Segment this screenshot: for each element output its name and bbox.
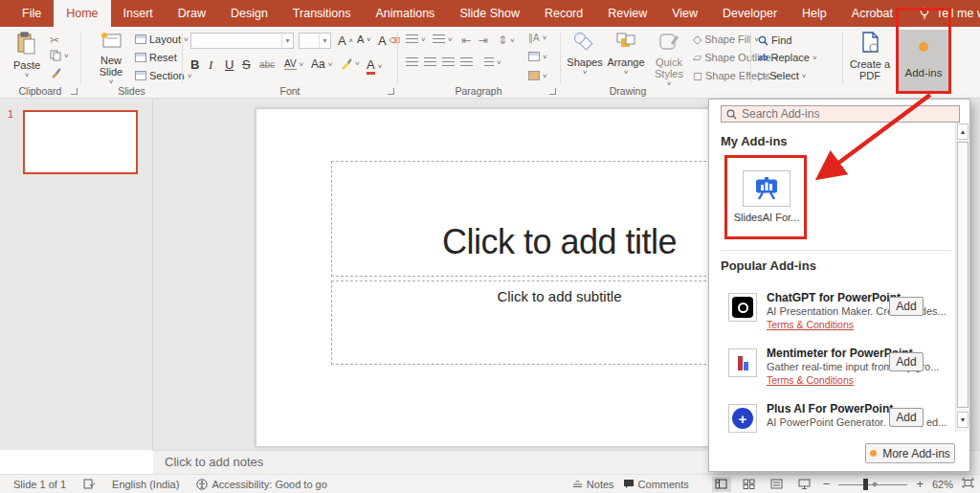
underline-button[interactable]: U: [225, 57, 234, 72]
comments-toggle[interactable]: Comments: [623, 479, 689, 490]
align-text-button[interactable]: ˅: [528, 52, 547, 61]
find-button[interactable]: Find: [758, 34, 791, 46]
format-painter-button[interactable]: [50, 67, 61, 78]
zoom-in-button[interactable]: +: [916, 477, 924, 491]
font-size-select[interactable]: ▼: [299, 33, 331, 49]
mentimeter-icon: [738, 355, 748, 370]
replace-icon: ab: [758, 53, 768, 62]
terms-conditions-link[interactable]: Terms & Conditions: [767, 319, 854, 330]
add-addin-button[interactable]: Add: [889, 352, 924, 371]
increase-indent-button[interactable]: ⇥: [479, 34, 488, 47]
create-pdf-button[interactable]: Create a PDF: [847, 32, 893, 81]
search-icon: [726, 109, 737, 120]
title-placeholder-text: Click to add title: [442, 222, 677, 262]
add-addin-button[interactable]: Add: [889, 297, 924, 316]
menu-tab-review[interactable]: Review: [595, 0, 659, 27]
more-addins-button[interactable]: More Add-ins: [865, 443, 955, 463]
font-color-button[interactable]: A˅: [367, 57, 382, 75]
notes-toggle[interactable]: Notes: [572, 479, 614, 490]
display-settings-icon[interactable]: [83, 479, 95, 489]
select-button[interactable]: ▷ Select˅: [758, 69, 806, 82]
clipboard-dialog-launcher[interactable]: [71, 88, 78, 95]
scroll-down-button[interactable]: ▼: [957, 412, 969, 428]
align-center-button[interactable]: [424, 57, 436, 67]
justify-button[interactable]: [460, 57, 473, 67]
slideshow-view-button[interactable]: [795, 477, 814, 492]
menu-tab-transitions[interactable]: Transitions: [280, 0, 364, 27]
replace-button[interactable]: ab Replace˅: [758, 52, 817, 63]
cut-button[interactable]: ✂: [50, 34, 59, 47]
clipboard-group-label: Clipboard: [0, 85, 80, 97]
fit-to-window-button[interactable]: [962, 478, 974, 490]
panel-scrollbar[interactable]: ▲ ▼: [955, 123, 969, 432]
copy-button[interactable]: ˅: [50, 50, 69, 61]
font-dialog-launcher[interactable]: [388, 88, 394, 95]
menu-tab-help[interactable]: Help: [790, 0, 839, 27]
new-slide-icon: [100, 32, 122, 51]
zoom-level[interactable]: 62%: [932, 479, 953, 490]
shape-fill-button[interactable]: ◇Shape Fill˅: [693, 33, 759, 46]
strikethrough-button[interactable]: S: [242, 57, 251, 72]
menu-tab-record[interactable]: Record: [532, 0, 595, 27]
increase-font-button[interactable]: A˄: [338, 34, 353, 48]
menu-tab-developer[interactable]: Developer: [710, 0, 790, 27]
normal-view-button[interactable]: [712, 477, 731, 492]
arrange-icon: [614, 32, 637, 53]
shapes-button[interactable]: Shapes ˅: [567, 32, 603, 77]
paragraph-dialog-launcher[interactable]: [549, 88, 556, 95]
addin-title: Plus AI For PowerPoint: [767, 402, 893, 415]
text-direction-button[interactable]: ∥A˅: [528, 33, 546, 43]
menu-tab-view[interactable]: View: [659, 0, 710, 27]
scroll-up-button[interactable]: ▲: [957, 123, 969, 140]
add-addin-button[interactable]: Add: [889, 408, 924, 427]
bold-button[interactable]: B: [190, 57, 199, 72]
pdf-icon: [859, 32, 880, 55]
format-painter-icon: [50, 67, 61, 78]
reset-button[interactable]: Reset: [135, 52, 177, 63]
menu-tab-home[interactable]: Home: [54, 0, 110, 27]
my-addins-heading: My Add-ins: [721, 134, 788, 148]
highlight-color-button[interactable]: ˅: [340, 57, 360, 70]
italic-button[interactable]: I: [209, 57, 212, 73]
language-status[interactable]: English (India): [112, 479, 179, 490]
addins-search-input[interactable]: [742, 107, 933, 121]
line-spacing-button[interactable]: ⇕˅: [498, 34, 515, 47]
quick-styles-button[interactable]: Quick Styles ˅: [649, 32, 689, 88]
smartart-button[interactable]: ˅: [528, 71, 547, 80]
shapes-label: Shapes: [567, 56, 603, 68]
zoom-slider-handle[interactable]: [863, 479, 868, 490]
zoom-out-button[interactable]: −: [823, 477, 831, 491]
menu-tab-design[interactable]: Design: [218, 0, 280, 27]
accessibility-status[interactable]: Accessibility: Good to go: [196, 479, 326, 490]
acrobat-group: Create a PDF: [843, 27, 897, 98]
paste-button[interactable]: Paste ˅: [8, 32, 46, 79]
zoom-slider[interactable]: [838, 478, 907, 491]
slide-thumbnail[interactable]: [23, 110, 138, 174]
panel-separator: [721, 250, 950, 251]
reading-view-button[interactable]: [768, 477, 787, 492]
menu-tabs: FileHomeInsertDrawDesignTransitionsAnima…: [10, 0, 905, 27]
columns-button[interactable]: ˅: [484, 57, 501, 67]
addins-search-box[interactable]: [721, 105, 960, 123]
font-name-select[interactable]: ▼: [190, 33, 294, 49]
layout-button[interactable]: Layout˅: [135, 34, 189, 45]
align-right-button[interactable]: [442, 57, 455, 67]
scrollbar-thumb[interactable]: [957, 142, 969, 408]
menu-tab-insert[interactable]: Insert: [111, 0, 166, 27]
change-case-button[interactable]: Aa˅: [311, 57, 332, 71]
arrange-button[interactable]: Arrange ˅: [606, 32, 646, 77]
character-spacing-button[interactable]: AV˅: [284, 58, 303, 70]
terms-conditions-link[interactable]: Terms & Conditions: [767, 374, 854, 386]
bullets-button[interactable]: ˅: [406, 34, 426, 44]
text-shadow-button[interactable]: abc: [259, 59, 275, 70]
menu-tab-file[interactable]: File: [10, 0, 54, 27]
menu-tab-slide-show[interactable]: Slide Show: [447, 0, 532, 27]
decrease-indent-button[interactable]: ⇤: [461, 34, 471, 47]
decrease-font-button[interactable]: A˅: [357, 34, 370, 45]
slide-sorter-view-button[interactable]: [740, 477, 759, 492]
menu-tab-animations[interactable]: Animations: [364, 0, 448, 27]
menu-tab-draw[interactable]: Draw: [166, 0, 218, 27]
new-slide-button[interactable]: New Slide ˅: [91, 32, 131, 86]
align-left-button[interactable]: [406, 57, 418, 67]
numbering-button[interactable]: ˅: [433, 34, 453, 44]
